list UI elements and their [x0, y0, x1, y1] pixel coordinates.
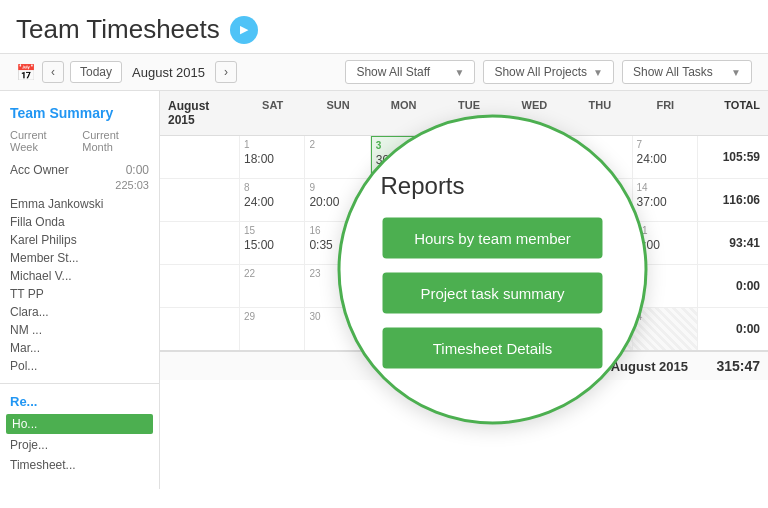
team-summary-label: Team Summary — [10, 105, 113, 121]
reports-overlay: Reports Hours by team member Project tas… — [338, 115, 648, 425]
cal-cell-0-0[interactable]: 118:00 — [240, 136, 305, 178]
week-total-1: 116:06 — [698, 179, 768, 221]
week-total-4: 0:00 — [698, 308, 768, 350]
day-num: 2 — [309, 139, 365, 150]
cal-cell-0-6[interactable]: 724:00 — [633, 136, 698, 178]
toolbar: 📅 ‹ Today August 2015 › Show All Staff ▼… — [0, 53, 768, 91]
show-all-tasks-dropdown[interactable]: Show All Tasks ▼ — [622, 60, 752, 84]
page-header: Team Timesheets ▶ — [0, 0, 768, 53]
month-label: August 2015 — [132, 65, 205, 80]
sidebar-report-timesheets[interactable]: Timesheet... — [0, 455, 159, 475]
current-month-link[interactable]: Current Month — [82, 129, 149, 153]
show-all-staff-label: Show All Staff — [356, 65, 430, 79]
page-container: Team Timesheets ▶ 📅 ‹ Today August 2015 … — [0, 0, 768, 508]
sidebar-member-acc[interactable]: Acc Owner0:00 — [0, 161, 159, 179]
sidebar-member-8[interactable]: NM ... — [0, 321, 159, 339]
sidebar-members-list: Acc Owner0:00225:03Emma JankowskiFilla O… — [0, 161, 159, 375]
page-title: Team Timesheets — [16, 14, 220, 45]
total-header: TOTAL — [698, 95, 768, 131]
tasks-dropdown-arrow: ▼ — [731, 67, 741, 78]
show-all-projects-label: Show All Projects — [494, 65, 587, 79]
day-num: 8 — [244, 182, 300, 193]
thu-header: THU — [567, 95, 632, 131]
sidebar-meta: Current Week Current Month — [0, 127, 159, 161]
sidebar-member-7[interactable]: Clara... — [0, 303, 159, 321]
week-label-4 — [160, 308, 240, 350]
cal-cell-1-6[interactable]: 1437:00 — [633, 179, 698, 221]
day-hours: 15:00 — [244, 238, 300, 252]
sidebar-member-4[interactable]: Member St... — [0, 249, 159, 267]
sidebar-report-hours[interactable]: Ho... — [6, 414, 153, 434]
week-label-1 — [160, 179, 240, 221]
week-total-3: 0:00 — [698, 265, 768, 307]
toolbar-left: 📅 ‹ Today August 2015 › — [16, 61, 337, 83]
day-num: 7 — [637, 139, 693, 150]
month-col-header: August 2015 — [160, 95, 240, 131]
fri-header: FRI — [633, 95, 698, 131]
day-hours: 24:00 — [244, 195, 300, 209]
cal-cell-1-0[interactable]: 824:00 — [240, 179, 305, 221]
day-num: 22 — [244, 268, 300, 279]
sidebar: Team Summary Current Week Current Month … — [0, 91, 160, 489]
show-all-staff-dropdown[interactable]: Show All Staff ▼ — [345, 60, 475, 84]
cal-cell-4-0[interactable]: 29 — [240, 308, 305, 350]
cal-cell-4-6[interactable]: 4 — [633, 308, 698, 350]
sidebar-member-9[interactable]: Mar... — [0, 339, 159, 357]
reports-overlay-title: Reports — [361, 171, 465, 199]
projects-dropdown-arrow: ▼ — [593, 67, 603, 78]
sat-header: SAT — [240, 95, 305, 131]
sidebar-reports-label: Re... — [0, 390, 159, 413]
sidebar-member-3[interactable]: Karel Philips — [0, 231, 159, 249]
show-all-tasks-label: Show All Tasks — [633, 65, 713, 79]
day-hours: 18:00 — [244, 152, 300, 166]
sidebar-member-1[interactable]: Emma Jankowski — [0, 195, 159, 213]
member-total-hours: 225:03 — [0, 179, 159, 195]
week-label-2 — [160, 222, 240, 264]
day-num: 21 — [637, 225, 693, 236]
staff-dropdown-arrow: ▼ — [454, 67, 464, 78]
toolbar-right: Show All Staff ▼ Show All Projects ▼ Sho… — [345, 60, 752, 84]
sidebar-member-10[interactable]: Pol... — [0, 357, 159, 375]
day-hours: 24:00 — [637, 152, 693, 166]
today-button[interactable]: Today — [70, 61, 122, 83]
day-num: 29 — [244, 311, 300, 322]
project-task-btn[interactable]: Project task summary — [383, 272, 603, 313]
sidebar-member-2[interactable]: Filla Onda — [0, 213, 159, 231]
cal-cell-3-0[interactable]: 22 — [240, 265, 305, 307]
prev-month-button[interactable]: ‹ — [42, 61, 64, 83]
timesheet-details-btn[interactable]: Timesheet Details — [383, 327, 603, 368]
current-week-link[interactable]: Current Week — [10, 129, 74, 153]
day-hours: 37:00 — [637, 195, 693, 209]
day-num: 1 — [244, 139, 300, 150]
week-total-0: 105:59 — [698, 136, 768, 178]
sidebar-member-6[interactable]: TT PP — [0, 285, 159, 303]
grand-total-value: 315:47 — [698, 358, 768, 374]
hours-by-team-btn[interactable]: Hours by team member — [383, 217, 603, 258]
video-icon[interactable]: ▶ — [230, 16, 258, 44]
sidebar-report-projects[interactable]: Proje... — [0, 435, 159, 455]
calendar-icon[interactable]: 📅 — [16, 63, 36, 82]
week-label-3 — [160, 265, 240, 307]
week-total-2: 93:41 — [698, 222, 768, 264]
sidebar-section-header: Team Summary — [0, 99, 159, 127]
show-all-projects-dropdown[interactable]: Show All Projects ▼ — [483, 60, 614, 84]
week-label-0 — [160, 136, 240, 178]
mon-header: MON — [371, 95, 436, 131]
day-num: 4 — [637, 311, 693, 322]
sidebar-member-5[interactable]: Michael V... — [0, 267, 159, 285]
day-num: 15 — [244, 225, 300, 236]
member-name: Acc Owner — [10, 163, 69, 177]
next-month-button[interactable]: › — [215, 61, 237, 83]
cal-cell-2-0[interactable]: 1515:00 — [240, 222, 305, 264]
day-num: 14 — [637, 182, 693, 193]
sidebar-reports: Re... Ho... Proje... Timesheet... — [0, 383, 159, 475]
member-hours: 0:00 — [126, 163, 149, 177]
sun-header: SUN — [305, 95, 370, 131]
